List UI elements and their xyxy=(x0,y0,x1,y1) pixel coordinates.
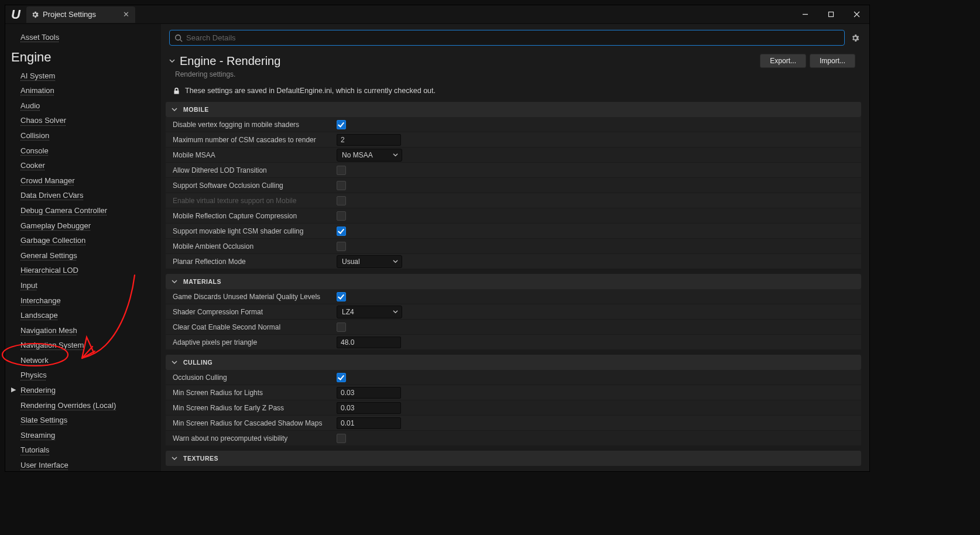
prop-label: Game Discards Unused Material Quality Le… xyxy=(166,293,333,301)
prop-row-culling-min_radius_earlyz: Min Screen Radius for Early Z Pass xyxy=(166,400,861,416)
chevron-down-icon[interactable] xyxy=(170,277,179,286)
select-value: LZ4 xyxy=(342,308,354,316)
numeric-input-min_radius_lights[interactable] xyxy=(337,387,401,399)
export-button[interactable]: Export... xyxy=(760,54,806,68)
prop-row-mobile-soft_occlusion: Support Software Occlusion Culling xyxy=(166,178,861,193)
sidebar-item-data-driven-cvars[interactable]: Data Driven CVars xyxy=(10,188,156,203)
prop-value xyxy=(333,323,861,332)
tab-title: Project Settings xyxy=(43,10,96,19)
import-button[interactable]: Import... xyxy=(810,54,855,68)
section-head: Engine - Rendering Export... Import... xyxy=(166,50,861,69)
prop-value xyxy=(333,387,861,399)
checkbox-refl_compress[interactable] xyxy=(337,211,346,221)
tab-cog-icon xyxy=(31,11,39,19)
prop-value: LZ4 xyxy=(333,306,861,318)
numeric-input-max_csm[interactable] xyxy=(337,134,401,146)
checkbox-clear_coat[interactable] xyxy=(337,323,346,332)
chevron-down-icon[interactable] xyxy=(170,454,179,462)
sidebar-item-navigation-system[interactable]: Navigation System xyxy=(10,338,156,353)
sidebar-item-network[interactable]: Network xyxy=(10,353,156,368)
chevron-down-icon[interactable] xyxy=(168,57,176,65)
sidebar-item-label: Rendering xyxy=(20,386,56,395)
sidebar-item-collision[interactable]: Collision xyxy=(10,128,156,143)
numeric-input-min_radius_earlyz[interactable] xyxy=(337,402,401,414)
ue-logo: U xyxy=(8,6,24,23)
sidebar-item-audio[interactable]: Audio xyxy=(10,98,156,114)
sidebar-item-asset-tools[interactable]: Asset Tools xyxy=(10,30,156,45)
sidebar-item-label: Tutorials xyxy=(20,445,49,454)
checkbox-ambient_occ[interactable] xyxy=(337,242,346,251)
sidebar-item-label: Cooker xyxy=(20,161,45,170)
content-scroll[interactable]: Engine - Rendering Export... Import... R… xyxy=(163,50,869,471)
window-maximize-icon[interactable] xyxy=(818,6,844,23)
sidebar-item-label: Input xyxy=(20,281,37,290)
group-header-textures[interactable]: TEXTURES xyxy=(166,451,861,466)
prop-value xyxy=(333,434,861,443)
sidebar-item-physics[interactable]: Physics xyxy=(10,368,156,383)
window-close-icon[interactable] xyxy=(844,6,869,23)
search-row xyxy=(161,24,869,50)
checkbox-discard_quality[interactable] xyxy=(337,292,346,301)
group-header-materials[interactable]: MATERIALS xyxy=(166,274,861,289)
sidebar-item-label: Collision xyxy=(20,131,49,140)
prop-row-mobile-ambient_occ: Mobile Ambient Occlusion xyxy=(166,239,861,254)
sidebar-item-landscape[interactable]: Landscape xyxy=(10,308,156,323)
window-controls xyxy=(792,6,869,23)
tab-project-settings[interactable]: Project Settings ✕ xyxy=(26,6,135,23)
sidebar-item-ai-system[interactable]: AI System xyxy=(10,68,156,84)
prop-row-mobile-msaa: Mobile MSAANo MSAA xyxy=(166,148,861,163)
tab-close-icon[interactable]: ✕ xyxy=(123,10,129,19)
checkbox-disable_vertex_fog[interactable] xyxy=(337,120,346,129)
checkbox-movable_csm[interactable] xyxy=(337,227,346,236)
settings-gear-icon[interactable] xyxy=(849,32,861,44)
select-msaa[interactable]: No MSAA xyxy=(337,149,402,162)
sidebar-item-rendering[interactable]: ▶Rendering xyxy=(10,383,156,398)
numeric-input-min_radius_csm[interactable] xyxy=(337,417,401,429)
sidebar[interactable]: Asset ToolsEngineAI SystemAnimationAudio… xyxy=(5,24,161,471)
sidebar-item-tutorials[interactable]: Tutorials xyxy=(10,443,156,458)
sidebar-item-gameplay-debugger[interactable]: Gameplay Debugger xyxy=(10,218,156,234)
header-buttons: Export... Import... xyxy=(760,54,855,68)
search-box[interactable] xyxy=(169,30,845,46)
chevron-down-icon[interactable] xyxy=(170,105,179,114)
select-planar_refl[interactable]: Usual xyxy=(337,255,402,268)
prop-row-mobile-refl_compress: Mobile Reflection Capture Compression xyxy=(166,208,861,224)
checkbox-soft_occlusion[interactable] xyxy=(337,181,346,190)
search-input[interactable] xyxy=(186,33,839,42)
sidebar-item-cooker[interactable]: Cooker xyxy=(10,158,156,173)
sidebar-item-interchange[interactable]: Interchange xyxy=(10,293,156,308)
window-minimize-icon[interactable] xyxy=(792,6,818,23)
sidebar-item-chaos-solver[interactable]: Chaos Solver xyxy=(10,113,156,128)
chevron-down-icon[interactable] xyxy=(170,358,179,366)
sidebar-item-rendering-overrides-local-[interactable]: Rendering Overrides (Local) xyxy=(10,398,156,413)
titlebar: U Project Settings ✕ xyxy=(5,5,869,24)
sidebar-item-label: General Settings xyxy=(20,251,77,260)
group-header-culling[interactable]: CULLING xyxy=(166,355,861,370)
sidebar-item-slate-settings[interactable]: Slate Settings xyxy=(10,413,156,428)
sidebar-item-animation[interactable]: Animation xyxy=(10,83,156,98)
sidebar-item-navigation-mesh[interactable]: Navigation Mesh xyxy=(10,323,156,338)
group-label: CULLING xyxy=(183,359,213,366)
sidebar-item-general-settings[interactable]: General Settings xyxy=(10,248,156,263)
sidebar-item-user-interface[interactable]: User Interface xyxy=(10,458,156,471)
group-header-mobile[interactable]: MOBILE xyxy=(166,102,861,117)
sidebar-item-garbage-collection[interactable]: Garbage Collection xyxy=(10,233,156,248)
sidebar-item-hierarchical-lod[interactable]: Hierarchical LOD xyxy=(10,263,156,278)
sidebar-item-debug-camera-controller[interactable]: Debug Camera Controller xyxy=(10,203,156,218)
checkbox-dithered_lod[interactable] xyxy=(337,166,346,175)
prop-label: Min Screen Radius for Early Z Pass xyxy=(166,404,333,412)
sidebar-item-console[interactable]: Console xyxy=(10,143,156,159)
chevron-down-icon xyxy=(393,259,398,264)
lock-row: These settings are saved in DefaultEngin… xyxy=(166,84,861,102)
sidebar-item-label: Landscape xyxy=(20,311,58,320)
checkbox-occlusion[interactable] xyxy=(337,373,346,382)
sidebar-item-streaming[interactable]: Streaming xyxy=(10,428,156,443)
sidebar-header-engine: Engine xyxy=(10,45,156,68)
sidebar-item-input[interactable]: Input xyxy=(10,278,156,293)
sidebar-item-label: User Interface xyxy=(20,461,68,469)
select-shader_format[interactable]: LZ4 xyxy=(337,306,402,318)
numeric-input-adaptive_px[interactable] xyxy=(337,337,401,348)
lock-icon xyxy=(173,87,180,95)
checkbox-warn_precomp[interactable] xyxy=(337,434,346,443)
sidebar-item-crowd-manager[interactable]: Crowd Manager xyxy=(10,173,156,188)
